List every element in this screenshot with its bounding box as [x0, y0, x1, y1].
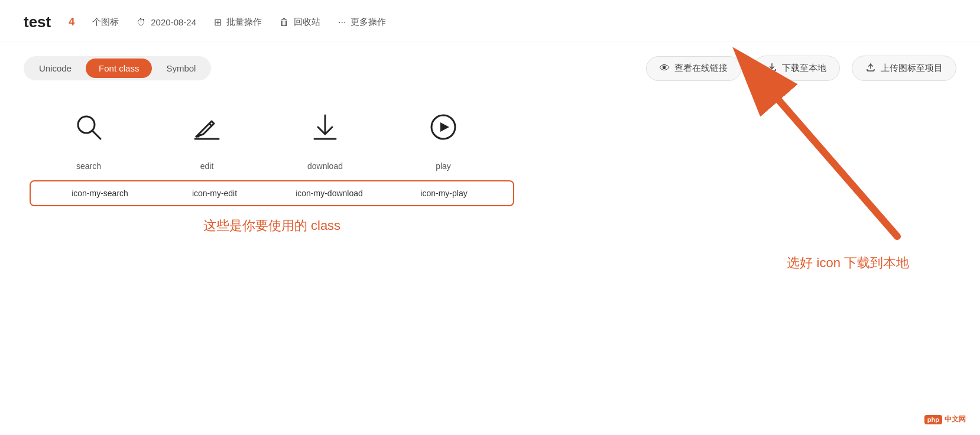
view-online-label: 查看在线链接 [674, 63, 728, 74]
classname-play-value: icon-my-play [420, 189, 467, 198]
search-icon [72, 111, 105, 148]
classname-edit-value: icon-my-edit [192, 189, 237, 198]
icons-row [24, 111, 956, 148]
svg-marker-8 [440, 122, 449, 132]
bottom-hint-text: 这些是你要使用的 class [30, 217, 514, 241]
upload-label: 上传图标至项目 [881, 63, 943, 74]
date-meta: ⏱ 2020-08-24 [137, 17, 196, 28]
clock-icon: ⏱ [137, 17, 146, 28]
play-icon [427, 111, 460, 146]
annotation-text: 选好 icon 下载到本地 [787, 254, 909, 272]
label-download: download [266, 161, 384, 171]
edit-icon [190, 111, 223, 146]
upload-button[interactable]: 上传图标至项目 [852, 56, 956, 81]
tab-fontclass[interactable]: Font class [86, 59, 152, 78]
more-icon: ··· [338, 17, 346, 28]
icon-count-label: 个图标 [92, 17, 119, 28]
download-label: download [307, 161, 343, 171]
batch-label: 批量操作 [226, 17, 262, 28]
php-badge: php [924, 415, 942, 424]
upload-icon [865, 62, 876, 74]
classnames-box: icon-my-search icon-my-edit icon-my-down… [30, 180, 514, 206]
classname-play: icon-my-play [387, 189, 501, 198]
search-label: search [76, 161, 101, 171]
more-meta[interactable]: ··· 更多操作 [338, 17, 386, 28]
header: test 4 个图标 ⏱ 2020-08-24 ⊞ 批量操作 🗑 回收站 ···… [0, 0, 980, 41]
trash-meta[interactable]: 🗑 回收站 [280, 17, 320, 28]
view-online-button[interactable]: 👁 查看在线链接 [646, 56, 741, 81]
download-local-label: 下载至本地 [782, 63, 826, 74]
page-title: test [24, 13, 51, 31]
classname-search: icon-my-search [43, 189, 157, 198]
download-icon [767, 62, 777, 74]
batch-icon: ⊞ [214, 17, 222, 28]
classname-download-value: icon-my-download [296, 189, 363, 198]
label-search: search [30, 161, 148, 171]
download-symbol-icon [309, 111, 342, 146]
icon-item-play [384, 111, 502, 148]
icon-item-search [30, 111, 148, 148]
labels-row: search edit download play [24, 161, 956, 171]
batch-meta[interactable]: ⊞ 批量操作 [214, 17, 262, 28]
classname-download: icon-my-download [272, 189, 387, 198]
classname-search-value: icon-my-search [72, 189, 128, 198]
icons-section: search edit download play icon-my-search… [0, 93, 980, 241]
trash-label: 回收站 [294, 17, 320, 28]
svg-line-3 [92, 131, 100, 139]
more-label: 更多操作 [351, 17, 386, 28]
edit-label: edit [200, 161, 214, 171]
icon-item-download [266, 111, 384, 148]
label-edit: edit [148, 161, 266, 171]
php-logo: php 中文网 [924, 414, 966, 424]
icon-item-edit [148, 111, 266, 148]
date-value: 2020-08-24 [151, 17, 196, 27]
tab-group: Unicode Font class Symbol [24, 56, 211, 80]
label-play: play [384, 161, 502, 171]
tab-symbol[interactable]: Symbol [153, 59, 209, 78]
download-local-button[interactable]: 下载至本地 [753, 56, 840, 81]
icon-count: 4 [69, 16, 74, 28]
eye-icon: 👁 [660, 63, 670, 74]
toolbar: Unicode Font class Symbol 👁 查看在线链接 下载至本地… [0, 41, 980, 93]
tab-unicode[interactable]: Unicode [26, 59, 85, 78]
php-site: 中文网 [945, 414, 966, 424]
classname-edit: icon-my-edit [157, 189, 272, 198]
trash-icon: 🗑 [280, 17, 289, 28]
play-label: play [436, 161, 451, 171]
